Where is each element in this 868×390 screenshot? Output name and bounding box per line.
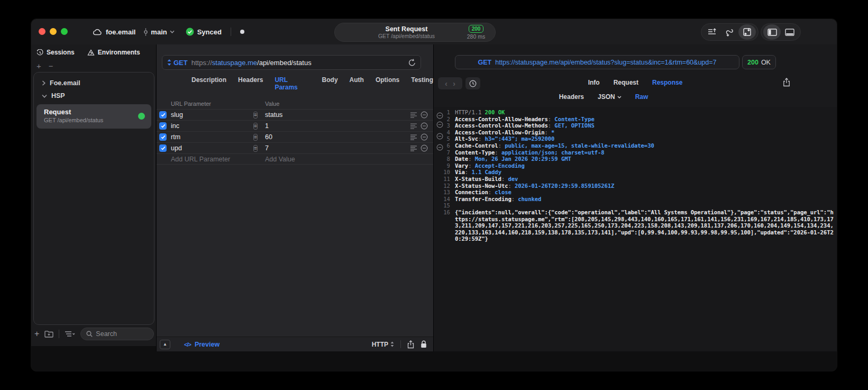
response-code-line: 10Via: 1.1 Caddy xyxy=(434,169,836,176)
request-editor-panel: GET https://statuspage.me/api/embed/stat… xyxy=(157,44,433,351)
tab-headers[interactable]: Headers xyxy=(238,76,263,91)
equals-icon: = xyxy=(253,145,258,152)
remove-param-icon[interactable] xyxy=(421,111,428,119)
branch-selector[interactable]: main xyxy=(143,28,174,36)
param-value[interactable]: 60 xyxy=(265,133,410,141)
response-body-lines: 1HTTP/1.1 200 OK2Access-Control-Allow-He… xyxy=(434,109,836,242)
cloud-icon xyxy=(93,29,102,35)
resend-request-icon[interactable] xyxy=(408,59,416,67)
subtab-headers[interactable]: Headers xyxy=(559,93,584,101)
param-row: upd = 7 xyxy=(157,142,433,153)
add-session-button[interactable]: + xyxy=(36,61,41,70)
response-code-line: 13Connection: close xyxy=(434,189,836,196)
url-host: statuspage.me xyxy=(212,59,257,67)
request-method[interactable]: GET xyxy=(173,59,188,67)
param-value[interactable]: status xyxy=(265,111,410,119)
param-name[interactable]: upd xyxy=(171,144,253,152)
search-icon xyxy=(86,331,93,337)
param-checkbox[interactable] xyxy=(159,144,167,152)
preview-label: Preview xyxy=(195,341,220,348)
reorder-handle-icon[interactable] xyxy=(410,134,417,140)
search-input[interactable] xyxy=(96,330,148,338)
toggle-bottom-panel-button[interactable] xyxy=(781,24,798,40)
response-code-line: 4Access-Control-Allow-Origin: * xyxy=(434,129,836,136)
response-tabs: Info Request Response xyxy=(434,79,837,86)
titlebar: foe.email main Synced xyxy=(31,19,837,44)
equals-icon: = xyxy=(253,134,258,141)
param-checkbox[interactable] xyxy=(159,133,167,141)
param-add-row[interactable]: Add URL Parameter Add Value xyxy=(157,153,433,165)
share-icon[interactable] xyxy=(407,340,414,349)
new-request-button[interactable]: + xyxy=(34,330,39,338)
param-row: slug = status xyxy=(157,109,433,120)
request-list-item-selected[interactable]: Request GET /api/embed/status xyxy=(36,104,151,129)
reorder-handle-icon[interactable] xyxy=(410,112,417,118)
response-code-line: 2Access-Control-Allow-Headers: Content-T… xyxy=(434,116,836,123)
tree-group-foe-email[interactable]: Foe.email xyxy=(34,77,154,89)
remove-param-icon[interactable] xyxy=(421,133,428,141)
export-response-button[interactable] xyxy=(783,78,790,87)
param-checkbox[interactable] xyxy=(159,111,167,119)
tab-request[interactable]: Request xyxy=(614,79,638,86)
reorder-handle-icon[interactable] xyxy=(410,146,417,151)
tab-info[interactable]: Info xyxy=(588,79,600,86)
close-window-button[interactable] xyxy=(39,28,45,35)
tab-auth[interactable]: Auth xyxy=(350,76,364,91)
tab-url-params[interactable]: URL Params xyxy=(275,76,310,91)
branch-icon xyxy=(143,28,148,36)
lock-icon[interactable] xyxy=(421,340,427,348)
new-folder-button[interactable] xyxy=(44,330,53,338)
param-name[interactable]: slug xyxy=(171,111,253,119)
zoom-window-button[interactable] xyxy=(61,28,68,35)
subtab-raw[interactable]: Raw xyxy=(635,93,648,101)
param-name[interactable]: inc xyxy=(171,122,253,130)
response-url-summary[interactable]: GET https://statuspage.me/api/embed/stat… xyxy=(455,55,739,69)
method-stepper-icon[interactable] xyxy=(167,59,171,66)
response-body[interactable]: 1HTTP/1.1 200 OK2Access-Control-Allow-He… xyxy=(434,107,837,351)
sync-branches-button[interactable] xyxy=(721,24,738,40)
add-param-placeholder[interactable]: Add URL Parameter xyxy=(171,156,253,163)
tab-response[interactable]: Response xyxy=(652,79,682,86)
sent-request-pill[interactable]: Sent Request GET /api/embed/status 200 2… xyxy=(334,23,496,42)
subtab-json[interactable]: JSON xyxy=(598,93,622,101)
response-code-line: 5Alt-Svc: h3=":443"; ma=2592000 xyxy=(434,135,836,142)
protocol-selector[interactable]: HTTP xyxy=(372,341,394,348)
remove-param-icon[interactable] xyxy=(421,122,428,130)
preview-toggle[interactable]: </> Preview xyxy=(184,341,220,348)
sync-status[interactable]: Synced xyxy=(186,28,222,36)
response-panel: GET https://statuspage.me/api/embed/stat… xyxy=(434,44,837,351)
response-code-line: 6Cache-Control: public, max-age=15, stal… xyxy=(434,142,836,149)
url-param-table: URL Parameter Value slug = status inc = … xyxy=(157,98,433,165)
toggle-sidebar-button[interactable] xyxy=(763,24,781,40)
param-value[interactable]: 7 xyxy=(265,144,410,152)
remove-session-button[interactable]: − xyxy=(49,61,53,70)
app-window: foe.email main Synced xyxy=(31,19,837,371)
sort-requests-button[interactable] xyxy=(703,24,721,40)
add-value-placeholder[interactable]: Add Value xyxy=(265,156,433,163)
view-options-button[interactable] xyxy=(65,331,75,337)
sidebar: Sessions Environments + − Foe.email xyxy=(31,44,156,346)
expand-panel-button[interactable]: ▲ xyxy=(160,340,170,349)
tab-environments[interactable]: Environments xyxy=(87,49,140,56)
tree-group-hsp[interactable]: HSP xyxy=(34,89,154,102)
tab-options[interactable]: Options xyxy=(376,76,399,91)
param-checkbox[interactable] xyxy=(159,122,167,130)
request-url-bar[interactable]: GET https://statuspage.me/api/embed/stat… xyxy=(162,55,421,70)
equals-icon: = xyxy=(253,112,258,119)
reorder-handle-icon[interactable] xyxy=(410,123,417,129)
tab-testing[interactable]: Testing xyxy=(411,76,433,91)
minimize-window-button[interactable] xyxy=(50,28,57,35)
tab-body[interactable]: Body xyxy=(322,76,338,91)
tab-sessions[interactable]: Sessions xyxy=(36,49,75,56)
response-code-line: 9Vary: Accept-Encoding xyxy=(434,162,836,169)
remove-param-icon[interactable] xyxy=(421,144,428,152)
response-url: https://statuspage.me/api/embed/status?s… xyxy=(495,59,716,66)
response-nav-row: ‹ › Info Request Response xyxy=(434,77,837,90)
param-value[interactable]: 1 xyxy=(265,122,410,130)
import-export-button[interactable] xyxy=(738,24,756,40)
tab-description[interactable]: Description xyxy=(191,76,226,91)
response-code-line: 12X-Status-Now-Utc: 2026-01-26T20:29:59.… xyxy=(434,183,836,189)
param-name[interactable]: rtm xyxy=(171,133,253,141)
project-name[interactable]: foe.email xyxy=(106,28,135,36)
sidebar-search[interactable] xyxy=(80,328,154,340)
